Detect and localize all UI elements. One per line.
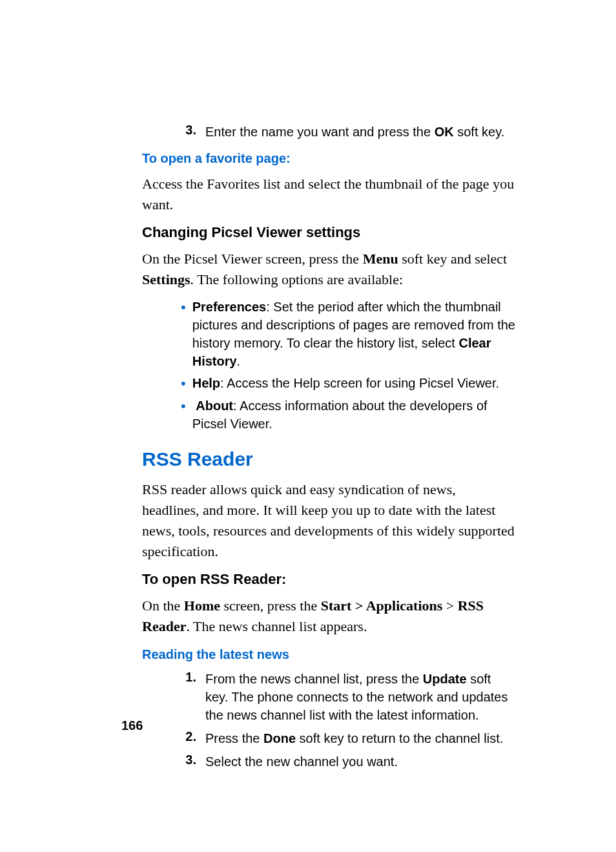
subheading-reading-news: Reading the latest news [142,647,515,662]
heading-open-rss: To open RSS Reader: [142,571,515,588]
favorite-body: Access the Favorites list and select the… [142,174,515,215]
reading-step-3: 3. Select the new channel you want. [142,753,515,771]
step-text: From the news channel list, press the Up… [205,670,515,724]
step-number: 3. [177,123,196,141]
page-number: 166 [121,718,143,733]
reading-step-2: 2. Press the Done soft key to return to … [142,729,515,747]
rss-body: RSS reader allows quick and easy syndica… [142,479,515,562]
subheading-open-favorite: To open a favorite page: [142,151,515,166]
step-3: 3. Enter the name you want and press the… [142,123,515,141]
reading-step-1: 1. From the news channel list, press the… [142,670,515,724]
bullet-about: • About: Access information about the de… [181,397,515,433]
bullet-icon: • [181,298,186,370]
step-number: 2. [177,729,196,747]
step-number: 1. [177,670,196,724]
bullet-help: • Help: Access the Help screen for using… [181,374,515,393]
bullet-icon: • [181,374,186,393]
heading-changing-settings: Changing Picsel Viewer settings [142,224,515,241]
step-text: Select the new channel you want. [205,753,515,771]
bullet-icon: • [181,397,186,433]
step-text: Enter the name you want and press the OK… [205,123,515,141]
open-rss-body: On the Home screen, press the Start > Ap… [142,596,515,637]
changing-body: On the Picsel Viewer screen, press the M… [142,249,515,290]
page-body: 3. Enter the name you want and press the… [142,123,515,776]
section-rss-reader: RSS Reader [142,448,515,470]
step-number: 3. [177,753,196,771]
settings-bullets: • Preferences: Set the period after whic… [142,298,515,433]
bullet-preferences: • Preferences: Set the period after whic… [181,298,515,370]
step-text: Press the Done soft key to return to the… [205,729,515,747]
